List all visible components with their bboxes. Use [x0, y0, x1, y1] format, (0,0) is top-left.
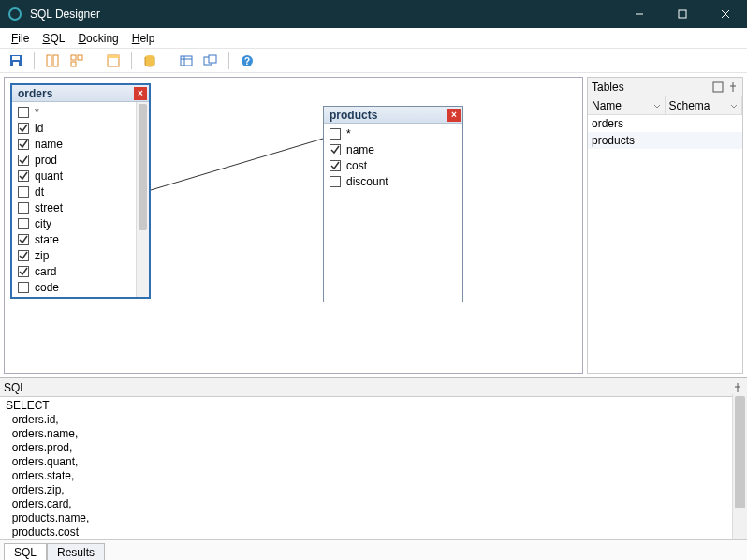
table-scrollbar[interactable]	[136, 102, 149, 297]
column-checkbox[interactable]	[18, 123, 29, 134]
svg-rect-14	[108, 55, 119, 58]
app-icon	[7, 7, 22, 22]
column-label: city	[35, 217, 51, 230]
column-label: code	[35, 281, 59, 294]
sql-text[interactable]: SELECT orders.id, orders.name, orders.pr…	[0, 397, 747, 539]
menu-file[interactable]: File	[6, 30, 35, 47]
column-label: zip	[35, 249, 49, 262]
svg-text:?: ?	[244, 56, 250, 66]
column-checkbox[interactable]	[18, 107, 29, 118]
save-button[interactable]	[6, 51, 26, 71]
column-label: dt	[35, 185, 44, 199]
panel-window-icon[interactable]	[712, 81, 724, 93]
svg-rect-6	[12, 56, 20, 60]
column-label: name	[35, 138, 63, 151]
column-item[interactable]: discount	[324, 173, 462, 189]
table-window-title: products	[330, 109, 447, 122]
column-checkbox[interactable]	[18, 202, 29, 214]
toolbar-separator	[228, 52, 229, 69]
pin-icon[interactable]	[727, 81, 739, 93]
column-checkbox[interactable]	[18, 170, 29, 182]
svg-rect-8	[47, 55, 51, 66]
table-window-orders[interactable]: orders×*idnameprodquantdtstreetcitystate…	[10, 83, 151, 299]
tables-panel-header[interactable]: Tables	[587, 78, 743, 96]
column-item[interactable]: *	[324, 125, 462, 141]
column-header-name[interactable]: Name	[588, 96, 666, 114]
column-checkbox[interactable]	[18, 139, 29, 150]
column-item[interactable]: state	[12, 231, 136, 247]
column-header-schema[interactable]: Schema	[666, 96, 743, 114]
sql-scrollbar[interactable]	[732, 394, 747, 539]
table-window-header[interactable]: orders×	[12, 85, 149, 102]
table-window-close-button[interactable]: ×	[447, 109, 461, 122]
svg-rect-2	[679, 10, 686, 18]
table-window-close-button[interactable]: ×	[134, 87, 147, 100]
column-checkbox[interactable]	[18, 250, 29, 261]
help-button[interactable]: ?	[237, 51, 257, 71]
column-item[interactable]: prod	[12, 152, 136, 168]
column-item[interactable]: code	[12, 279, 136, 295]
minimize-button[interactable]	[618, 0, 661, 28]
svg-rect-12	[71, 62, 76, 66]
column-label: discount	[346, 175, 388, 188]
column-item[interactable]: name	[324, 141, 462, 157]
scrollbar-thumb[interactable]	[139, 104, 147, 230]
table-window-header[interactable]: products×	[324, 107, 462, 124]
design-surface[interactable]: orders×*idnameprodquantdtstreetcitystate…	[4, 77, 583, 374]
column-checkbox[interactable]	[18, 218, 29, 229]
column-checkbox[interactable]	[18, 155, 29, 166]
scrollbar-thumb[interactable]	[735, 396, 745, 508]
column-item[interactable]: dt	[12, 184, 136, 199]
tables-panel: Tables Name Schema ordersproducts	[587, 77, 743, 374]
column-checkbox[interactable]	[330, 160, 341, 171]
column-item[interactable]: cost	[324, 157, 462, 173]
tab-sql[interactable]: SQL	[4, 543, 47, 560]
column-checkbox[interactable]	[330, 176, 341, 187]
table-window-products[interactable]: products×*namecostdiscount	[323, 106, 463, 302]
toolbar-separator	[168, 52, 168, 69]
column-checkbox[interactable]	[330, 128, 341, 140]
column-item[interactable]: name	[12, 136, 136, 152]
close-button[interactable]	[704, 0, 747, 28]
column-item[interactable]: id	[12, 120, 136, 136]
table-row[interactable]: orders	[588, 115, 742, 132]
pin-icon[interactable]	[732, 382, 743, 393]
column-item[interactable]: *	[12, 104, 136, 120]
tab-results[interactable]: Results	[47, 543, 105, 560]
toolbar: ?	[0, 49, 747, 73]
column-list: *namecostdiscount	[324, 124, 462, 302]
svg-rect-9	[53, 55, 58, 66]
menu-sql[interactable]: SQL	[37, 30, 70, 47]
column-item[interactable]: street	[12, 199, 136, 215]
tables-grid: Name Schema ordersproducts	[587, 96, 743, 374]
window-title: SQL Designer	[30, 7, 618, 21]
column-item[interactable]: zip	[12, 247, 136, 263]
maximize-button[interactable]	[661, 0, 704, 28]
column-checkbox[interactable]	[18, 282, 29, 293]
database-button[interactable]	[139, 51, 160, 71]
column-item[interactable]: city	[12, 215, 136, 231]
menu-help[interactable]: Help	[126, 30, 161, 47]
tables-layout-1-button[interactable]	[42, 51, 63, 71]
column-list: *idnameprodquantdtstreetcitystatezipcard…	[12, 102, 136, 297]
column-checkbox[interactable]	[18, 186, 29, 198]
tables-grid-header: Name Schema	[588, 96, 742, 115]
column-label: id	[35, 122, 43, 135]
menu-docking[interactable]: Docking	[72, 30, 124, 47]
table-single-button[interactable]	[176, 51, 197, 71]
column-checkbox[interactable]	[330, 144, 341, 155]
column-checkbox[interactable]	[18, 234, 29, 245]
column-item[interactable]: card	[12, 263, 136, 279]
toolbar-separator	[131, 52, 132, 69]
svg-rect-10	[71, 55, 76, 60]
menubar: File SQL Docking Help	[0, 28, 747, 49]
tables-layout-2-button[interactable]	[66, 51, 87, 71]
column-label: *	[35, 106, 39, 119]
table-row[interactable]: products	[588, 132, 742, 149]
column-item[interactable]: quant	[12, 168, 136, 184]
column-checkbox[interactable]	[18, 266, 29, 277]
sql-panel-header[interactable]: SQL	[0, 378, 747, 397]
column-label: *	[346, 127, 351, 140]
table-multi-button[interactable]	[200, 51, 221, 71]
grid-highlight-button[interactable]	[103, 51, 124, 71]
